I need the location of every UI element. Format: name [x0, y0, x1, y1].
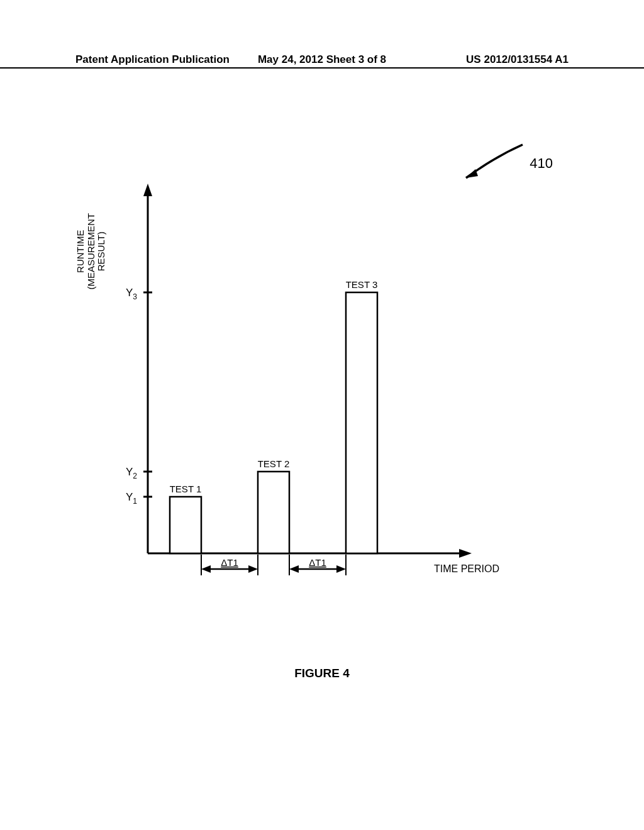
delta-label-2: ΔT1 [309, 557, 326, 568]
bar-test-2 [258, 472, 289, 553]
figure-caption: FIGURE 4 [0, 667, 644, 680]
swoosh-arrow-icon [457, 141, 526, 185]
chart: RUNTIME (MEASUREMENT RESULT) Y3 Y2 Y1 TE… [75, 182, 528, 622]
bar-test-3 [346, 292, 377, 553]
y1-tick: Y1 [126, 491, 137, 506]
svg-marker-9 [201, 565, 211, 573]
svg-marker-4 [459, 549, 472, 558]
page-header: Patent Application Publication May 24, 2… [0, 53, 644, 69]
x-axis-label: TIME PERIOD [434, 563, 499, 574]
reference-arrow: 410 [457, 141, 553, 185]
svg-marker-15 [336, 565, 346, 573]
bar-label-2: TEST 2 [258, 458, 290, 469]
y2-tick: Y2 [126, 466, 137, 480]
delta-label-1: ΔT1 [221, 557, 238, 568]
header-center: May 24, 2012 Sheet 3 of 8 [240, 53, 404, 66]
svg-marker-2 [143, 184, 152, 196]
svg-marker-10 [248, 565, 258, 573]
bar-label-3: TEST 3 [346, 279, 378, 290]
y3-tick: Y3 [126, 287, 137, 301]
bar-test-1 [170, 497, 201, 553]
bar-label-1: TEST 1 [170, 484, 202, 494]
header-right: US 2012/0131554 A1 [404, 53, 569, 66]
header-left: Patent Application Publication [75, 53, 240, 66]
reference-number: 410 [530, 155, 553, 172]
svg-marker-14 [289, 565, 299, 573]
chart-svg: Y3 Y2 Y1 TEST 1 TEST 2 TEST 3 ΔT1 ΔT1 TI… [75, 182, 528, 622]
